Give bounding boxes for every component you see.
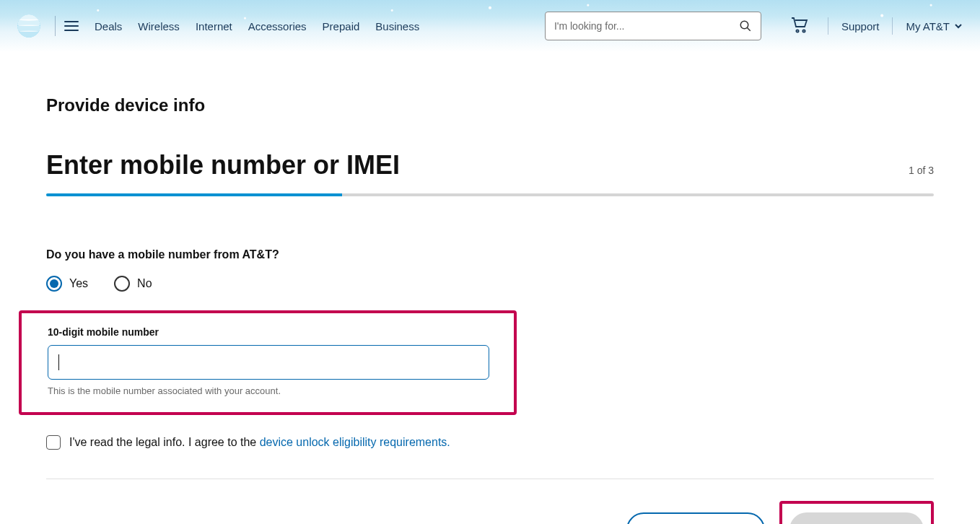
search-input[interactable] [554,20,739,32]
radio-group: Yes No [46,276,934,292]
step-title-row: Enter mobile number or IMEI 1 of 3 [46,150,934,180]
progress-fill [46,193,342,196]
svg-point-5 [17,30,40,38]
highlight-mobile-number: 10-digit mobile number This is the mobil… [19,310,517,415]
radio-no[interactable]: No [114,276,152,292]
mobile-number-input[interactable] [48,345,489,380]
agree-row: I've read the legal info. I agree to the… [46,435,934,450]
mobile-number-label: 10-digit mobile number [48,326,488,338]
action-row: Back Next [46,501,934,524]
nav-internet[interactable]: Internet [196,20,232,32]
nav-prepaid[interactable]: Prepaid [323,20,360,32]
svg-line-7 [747,27,751,31]
radio-yes[interactable]: Yes [46,276,88,292]
my-account-menu[interactable]: My AT&T [906,20,963,32]
svg-point-6 [740,21,748,29]
nav-deals[interactable]: Deals [95,20,122,32]
nav-accessories[interactable]: Accessories [248,20,307,32]
divider [55,16,56,36]
support-link[interactable]: Support [841,20,880,32]
primary-nav: Deals Wireless Internet Accessories Prep… [95,20,419,32]
back-button[interactable]: Back [626,512,765,524]
main-content: Provide device info Enter mobile number … [0,52,980,524]
step-heading: Enter mobile number or IMEI [46,150,400,180]
menu-icon[interactable] [64,19,79,33]
divider [892,17,893,35]
divider [46,479,934,479]
search-box[interactable] [545,12,761,40]
svg-point-8 [796,30,798,32]
divider [828,17,828,35]
progress-bar [46,193,934,196]
my-account-label: My AT&T [906,20,950,32]
question-label: Do you have a mobile number from AT&T? [46,248,934,261]
highlight-next: Next [779,501,934,524]
global-header: Deals Wireless Internet Accessories Prep… [0,0,980,52]
step-counter: 1 of 3 [909,165,934,180]
cart-icon[interactable] [790,16,809,36]
search-icon[interactable] [739,19,752,32]
nav-business[interactable]: Business [375,20,419,32]
next-button[interactable]: Next [789,512,924,524]
nav-wireless[interactable]: Wireless [138,20,180,32]
page-title: Provide device info [46,95,934,115]
chevron-down-icon [954,22,963,30]
mobile-number-helper: This is the mobile number associated wit… [48,385,488,396]
agree-checkbox[interactable] [46,435,61,450]
radio-no-label: No [137,277,152,290]
att-logo[interactable] [17,14,40,38]
svg-point-9 [802,30,805,32]
agree-text: I've read the legal info. I agree to the… [69,436,450,449]
eligibility-link[interactable]: device unlock eligibility requirements. [260,436,450,448]
radio-yes-label: Yes [69,277,88,290]
